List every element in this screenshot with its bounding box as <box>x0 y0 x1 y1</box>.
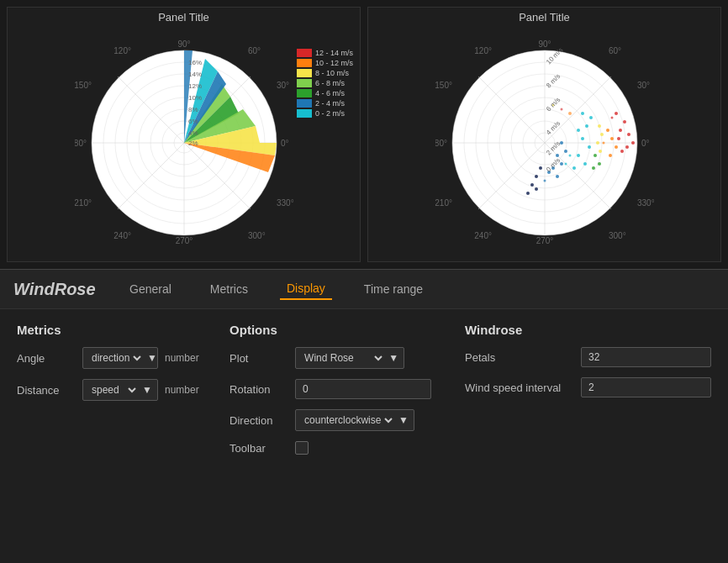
polar-chart-1: 90° 0° 270° 180° 60° 120° 300° 240° 150°… <box>8 24 360 261</box>
angle-row: Angle direction ▼ number <box>17 347 196 369</box>
svg-text:150°: 150° <box>75 81 92 90</box>
svg-point-45 <box>623 120 626 124</box>
metrics-title: Metrics <box>17 323 196 337</box>
svg-text:8%: 8% <box>188 106 198 113</box>
petals-input[interactable] <box>588 351 704 363</box>
svg-text:12%: 12% <box>188 82 202 90</box>
petals-input-box[interactable] <box>581 347 711 367</box>
svg-point-60 <box>596 141 599 145</box>
svg-point-68 <box>577 154 580 157</box>
svg-point-49 <box>631 141 635 145</box>
svg-point-54 <box>610 137 614 140</box>
windrose-title: Windrose <box>465 323 711 337</box>
svg-point-87 <box>598 162 601 166</box>
plot-select[interactable]: Wind Rose ▼ <box>295 347 404 369</box>
rotation-input[interactable] <box>303 383 424 395</box>
svg-text:16%: 16% <box>188 59 202 66</box>
angle-field-select[interactable]: direction ▼ <box>82 347 158 369</box>
settings-header: WindRose General Metrics Display Time ra… <box>0 270 728 309</box>
tab-general[interactable]: General <box>123 279 178 299</box>
svg-text:0°: 0° <box>281 139 289 148</box>
wind-speed-interval-row: Wind speed interval <box>465 377 711 397</box>
direction-label: Direction <box>229 414 288 427</box>
svg-point-69 <box>583 162 587 166</box>
svg-text:60°: 60° <box>248 46 261 55</box>
svg-point-72 <box>568 154 571 156</box>
svg-text:270°: 270° <box>535 236 553 245</box>
svg-text:300°: 300° <box>609 231 626 240</box>
svg-text:6%: 6% <box>188 118 198 125</box>
svg-text:330°: 330° <box>277 198 293 208</box>
svg-point-48 <box>617 137 620 140</box>
svg-point-88 <box>592 166 595 170</box>
svg-text:330°: 330° <box>637 198 654 208</box>
settings-content: Metrics Angle direction ▼ number Distanc… <box>0 309 728 478</box>
svg-point-78 <box>556 175 559 178</box>
direction-select[interactable]: counterclockwise clockwise ▼ <box>295 409 414 431</box>
svg-text:2%: 2% <box>188 139 198 147</box>
svg-text:4%: 4% <box>188 129 198 137</box>
distance-field-select[interactable]: speed ▼ <box>82 379 158 401</box>
svg-point-58 <box>598 124 601 128</box>
plot-row: Plot Wind Rose ▼ <box>229 347 431 369</box>
svg-point-53 <box>606 129 609 132</box>
scatter-svg: 90° 0° 270° 180° 60° 120° 300° 240° 150°… <box>435 34 654 252</box>
tab-time-range[interactable]: Time range <box>357 279 430 299</box>
plot-dropdown-arrow: ▼ <box>388 352 398 364</box>
distance-row: Distance speed ▼ number <box>17 379 196 401</box>
toolbar-checkbox[interactable] <box>295 441 309 455</box>
svg-point-80 <box>543 179 546 182</box>
svg-text:210°: 210° <box>435 198 452 208</box>
rotation-input-box[interactable] <box>295 379 431 399</box>
tab-metrics[interactable]: Metrics <box>203 279 255 299</box>
windrose-svg: 90° 0° 270° 180° 60° 120° 300° 240° 150°… <box>75 34 293 252</box>
svg-text:240°: 240° <box>113 231 131 240</box>
svg-point-67 <box>588 145 591 149</box>
petals-row: Petals <box>465 347 711 367</box>
svg-text:30°: 30° <box>277 81 289 90</box>
angle-field-dropdown[interactable]: direction <box>88 351 144 365</box>
metrics-section: Metrics Angle direction ▼ number Distanc… <box>17 323 196 465</box>
svg-text:150°: 150° <box>435 81 452 90</box>
svg-text:180°: 180° <box>75 139 87 148</box>
svg-point-70 <box>572 166 576 170</box>
direction-dropdown[interactable]: counterclockwise clockwise <box>301 413 395 427</box>
svg-point-55 <box>615 145 618 149</box>
options-section: Options Plot Wind Rose ▼ Rotation <box>229 323 431 465</box>
svg-text:60°: 60° <box>609 46 621 55</box>
svg-text:270°: 270° <box>175 236 193 245</box>
svg-text:120°: 120° <box>474 46 492 55</box>
svg-point-64 <box>585 124 588 128</box>
svg-point-65 <box>577 129 580 132</box>
svg-text:180°: 180° <box>435 139 447 148</box>
svg-point-57 <box>602 141 604 144</box>
windrose-chart-panel: Panel Title <box>7 7 361 262</box>
distance-type-label: number <box>165 384 199 396</box>
wind-speed-interval-input-box[interactable] <box>581 377 711 397</box>
svg-text:210°: 210° <box>75 198 92 208</box>
svg-point-85 <box>535 187 538 191</box>
distance-dropdown-arrow: ▼ <box>142 384 152 396</box>
svg-point-84 <box>526 192 530 195</box>
tab-display[interactable]: Display <box>280 278 332 300</box>
plot-dropdown[interactable]: Wind Rose <box>301 351 385 365</box>
chart-legend: 12 - 14 m/s 10 - 12 m/s 8 - 10 m/s 6 - 8… <box>297 49 353 119</box>
svg-text:30°: 30° <box>637 81 650 90</box>
wind-speed-interval-input[interactable] <box>588 381 704 393</box>
rotation-label: Rotation <box>229 383 288 396</box>
direction-row: Direction counterclockwise clockwise ▼ <box>229 409 431 431</box>
svg-point-50 <box>625 145 629 149</box>
svg-point-61 <box>599 150 602 153</box>
svg-point-63 <box>589 116 593 119</box>
svg-point-90 <box>560 108 562 110</box>
svg-text:300°: 300° <box>248 231 266 240</box>
angle-dropdown-arrow: ▼ <box>147 352 157 364</box>
distance-field-dropdown[interactable]: speed <box>88 383 139 397</box>
svg-text:0°: 0° <box>641 139 650 148</box>
toolbar-label: Toolbar <box>229 442 288 455</box>
svg-point-56 <box>609 154 612 157</box>
svg-point-46 <box>619 129 622 132</box>
windrose-section: Windrose Petals Wind speed interval <box>465 323 711 465</box>
scatter-chart-panel: Panel Title <box>367 7 721 262</box>
svg-text:14%: 14% <box>188 71 202 78</box>
